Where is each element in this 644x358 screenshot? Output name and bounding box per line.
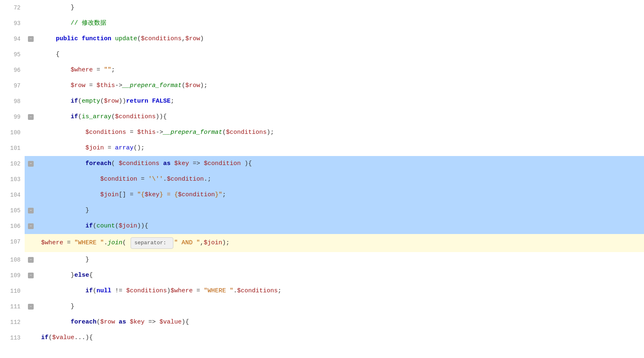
code-line: 106− if(count($join)){	[0, 218, 644, 234]
fold-icon[interactable]: −	[28, 273, 34, 278]
line-content: }else{	[37, 268, 644, 283]
code-line: 102− foreach( $conditions as $key => $co…	[0, 156, 644, 172]
line-gutter	[25, 16, 37, 31]
code-line: 104 $join[] = "{$key} = {$condition}";	[0, 187, 644, 203]
line-number: 112	[0, 314, 25, 330]
line-gutter	[25, 314, 37, 330]
line-content: {	[37, 47, 644, 62]
line-content: $where = "";	[37, 62, 644, 78]
line-gutter	[25, 94, 37, 109]
line-content: }	[37, 0, 644, 16]
line-number: 102	[0, 156, 25, 172]
line-number: 72	[0, 0, 25, 16]
line-number: 95	[0, 47, 25, 62]
code-line: 105− }	[0, 203, 644, 218]
code-line: 109− }else{	[0, 268, 644, 283]
code-line: 95 {	[0, 47, 644, 62]
fold-icon[interactable]: −	[28, 257, 34, 263]
fold-icon[interactable]: −	[28, 223, 34, 229]
line-gutter[interactable]: −	[25, 218, 37, 234]
line-number: 109	[0, 268, 25, 283]
line-content: }	[37, 203, 644, 218]
line-content: $row = $this->__prepera_format($row);	[37, 78, 644, 94]
code-line: 101 $join = array();	[0, 140, 644, 156]
line-gutter[interactable]: −	[25, 252, 37, 268]
line-gutter	[25, 234, 37, 252]
line-gutter	[25, 47, 37, 62]
line-number: 108	[0, 252, 25, 268]
line-number: 106	[0, 218, 25, 234]
line-gutter[interactable]: −	[25, 109, 37, 125]
code-line: 111− }	[0, 299, 644, 314]
line-content: $where = "WHERE ".join( separator: " AND…	[37, 234, 644, 252]
line-content: }	[37, 299, 644, 314]
line-content: if(null != $conditions)$where = "WHERE "…	[37, 283, 644, 299]
code-line: 108− }	[0, 252, 644, 268]
line-number: 101	[0, 140, 25, 156]
code-editor: 72 }93 // 修改数据94− public function update…	[0, 0, 644, 358]
code-line: 96 $where = "";	[0, 62, 644, 78]
line-number: 99	[0, 109, 25, 125]
line-number: 96	[0, 62, 25, 78]
line-content: $join[] = "{$key} = {$condition}";	[37, 187, 644, 203]
line-content: $join = array();	[37, 140, 644, 156]
code-line: 100 $conditions = $this->__prepera_forma…	[0, 125, 644, 140]
line-number: 111	[0, 299, 25, 314]
line-number: 100	[0, 125, 25, 140]
code-line: 113if($value...){	[0, 330, 644, 346]
line-content: $condition = '\''.$condition.;	[37, 172, 644, 187]
code-line: 94− public function update($conditions,$…	[0, 31, 644, 47]
line-content: foreach($row as $key => $value){	[37, 314, 644, 330]
line-number: 113	[0, 330, 25, 346]
line-gutter	[25, 140, 37, 156]
code-line: 112 foreach($row as $key => $value){	[0, 314, 644, 330]
line-gutter[interactable]: −	[25, 31, 37, 47]
code-line: 103 $condition = '\''.$condition.;	[0, 172, 644, 187]
line-gutter[interactable]: −	[25, 156, 37, 172]
fold-icon[interactable]: −	[28, 36, 34, 42]
line-content: public function update($conditions,$row)	[37, 31, 644, 47]
code-line: 93 // 修改数据	[0, 16, 644, 31]
code-line: 99− if(is_array($conditions)){	[0, 109, 644, 125]
code-line: 72 }	[0, 0, 644, 16]
line-number: 93	[0, 16, 25, 31]
code-line: 110 if(null != $conditions)$where = "WHE…	[0, 283, 644, 299]
fold-icon[interactable]: −	[28, 161, 34, 167]
line-content: if(empty($row))return FALSE;	[37, 94, 644, 109]
line-content: $conditions = $this->__prepera_format($c…	[37, 125, 644, 140]
line-number: 97	[0, 78, 25, 94]
line-gutter	[25, 0, 37, 16]
line-number: 94	[0, 31, 25, 47]
fold-icon[interactable]: −	[28, 304, 34, 310]
line-content: foreach( $conditions as $key => $conditi…	[37, 156, 644, 172]
line-gutter	[25, 283, 37, 299]
fold-icon[interactable]: −	[28, 114, 34, 120]
code-line: 107$where = "WHERE ".join( separator: " …	[0, 234, 644, 252]
line-gutter	[25, 187, 37, 203]
line-content: if(is_array($conditions)){	[37, 109, 644, 125]
line-gutter	[25, 62, 37, 78]
line-number: 107	[0, 234, 25, 252]
line-gutter	[25, 78, 37, 94]
line-gutter	[25, 125, 37, 140]
tooltip-box: separator:	[131, 237, 173, 249]
fold-icon[interactable]: −	[28, 208, 34, 213]
code-line: 97 $row = $this->__prepera_format($row);	[0, 78, 644, 94]
line-gutter	[25, 172, 37, 187]
line-number: 103	[0, 172, 25, 187]
line-number: 104	[0, 187, 25, 203]
line-gutter	[25, 330, 37, 346]
code-line: 98 if(empty($row))return FALSE;	[0, 94, 644, 109]
line-content: }	[37, 252, 644, 268]
line-gutter[interactable]: −	[25, 203, 37, 218]
line-number: 110	[0, 283, 25, 299]
line-content: // 修改数据	[37, 16, 644, 31]
code-area: 72 }93 // 修改数据94− public function update…	[0, 0, 644, 358]
line-number: 98	[0, 94, 25, 109]
line-gutter[interactable]: −	[25, 268, 37, 283]
line-content: if($value...){	[37, 330, 644, 346]
line-gutter[interactable]: −	[25, 299, 37, 314]
line-content: if(count($join)){	[37, 218, 644, 234]
line-number: 105	[0, 203, 25, 218]
